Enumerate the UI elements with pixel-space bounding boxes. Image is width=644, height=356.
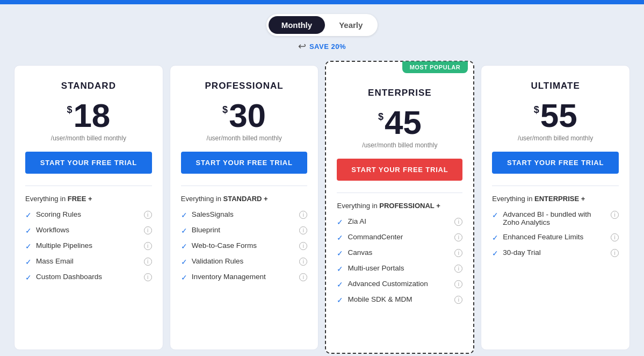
feature-item-ultimate-1: ✓ Enhanced Feature Limits i xyxy=(492,233,619,242)
info-icon[interactable]: i xyxy=(144,258,152,266)
check-icon: ✓ xyxy=(181,242,187,251)
feature-item-ultimate-2: ✓ 30-day Trial i xyxy=(492,248,619,258)
cta-button-professional[interactable]: START YOUR FREE TRIAL xyxy=(181,152,308,174)
check-icon: ✓ xyxy=(492,211,498,219)
feature-text: 30-day Trial xyxy=(503,248,606,257)
check-icon: ✓ xyxy=(337,296,343,304)
check-icon: ✓ xyxy=(25,211,32,219)
plan-card-ultimate: ULTIMATE $ 55 /user/month billed monthly… xyxy=(481,65,630,350)
info-icon[interactable]: i xyxy=(611,211,619,219)
info-icon[interactable]: i xyxy=(299,226,307,234)
feature-item-standard-3: ✓ Mass Email i xyxy=(25,257,152,266)
feature-item-standard-1: ✓ Workflows i xyxy=(25,226,152,235)
plan-name-enterprise: ENTERPRISE xyxy=(337,88,462,98)
price-number-enterprise: 45 xyxy=(385,106,422,139)
info-icon[interactable]: i xyxy=(144,226,152,234)
yearly-toggle-btn[interactable]: Yearly xyxy=(326,16,375,34)
monthly-toggle-btn[interactable]: Monthly xyxy=(269,16,325,34)
price-subtitle-standard: /user/month billed monthly xyxy=(25,134,152,142)
check-icon: ✓ xyxy=(492,233,498,242)
feature-item-professional-3: ✓ Validation Rules i xyxy=(181,257,308,266)
top-bar xyxy=(0,0,644,4)
price-subtitle-ultimate: /user/month billed monthly xyxy=(492,134,619,142)
billing-toggle: Monthly Yearly xyxy=(266,14,378,36)
divider-enterprise xyxy=(337,193,462,193)
info-icon[interactable]: i xyxy=(299,258,307,266)
price-row-enterprise: $ 45 xyxy=(337,106,462,139)
save-badge-row: ↩ SAVE 20% xyxy=(298,40,346,52)
plan-card-enterprise: MOST POPULARENTERPRISE $ 45 /user/month … xyxy=(325,61,474,354)
feature-text: Blueprint xyxy=(192,226,295,234)
everything-in-ultimate: Everything in ENTERPRISE + xyxy=(492,195,619,203)
info-icon[interactable]: i xyxy=(299,242,307,250)
price-row-ultimate: $ 55 xyxy=(492,99,619,132)
info-icon[interactable]: i xyxy=(454,218,462,226)
most-popular-badge: MOST POPULAR xyxy=(402,61,468,73)
feature-item-enterprise-5: ✓ Mobile SDK & MDM i xyxy=(337,295,462,304)
check-icon: ✓ xyxy=(25,258,32,266)
check-icon: ✓ xyxy=(337,249,343,258)
info-icon[interactable]: i xyxy=(454,296,462,304)
feature-item-professional-4: ✓ Inventory Management i xyxy=(181,273,308,282)
feature-item-standard-2: ✓ Multiple Pipelines i xyxy=(25,241,152,251)
check-icon: ✓ xyxy=(337,233,343,242)
feature-text: Inventory Management xyxy=(192,273,295,281)
info-icon[interactable]: i xyxy=(611,249,619,257)
currency-ultimate: $ xyxy=(534,104,539,116)
feature-item-enterprise-0: ✓ Zia AI i xyxy=(337,217,462,226)
feature-list-enterprise: ✓ Zia AI i ✓ CommandCenter i ✓ Canvas i … xyxy=(337,217,462,304)
check-icon: ✓ xyxy=(25,242,32,251)
feature-text: Advanced Customization xyxy=(348,280,450,288)
feature-text: SalesSignals xyxy=(192,210,295,218)
plans-container: STANDARD $ 18 /user/month billed monthly… xyxy=(0,56,644,356)
feature-item-enterprise-1: ✓ CommandCenter i xyxy=(337,233,462,242)
plan-name-standard: STANDARD xyxy=(25,81,152,91)
price-number-ultimate: 55 xyxy=(540,99,577,132)
price-row-professional: $ 30 xyxy=(181,99,308,132)
feature-item-professional-1: ✓ Blueprint i xyxy=(181,226,308,235)
cta-button-ultimate[interactable]: START YOUR FREE TRIAL xyxy=(492,152,619,174)
everything-in-enterprise: Everything in PROFESSIONAL + xyxy=(337,202,462,210)
check-icon: ✓ xyxy=(181,211,187,219)
info-icon[interactable]: i xyxy=(299,273,307,281)
check-icon: ✓ xyxy=(181,273,187,282)
check-icon: ✓ xyxy=(181,258,187,266)
check-icon: ✓ xyxy=(337,280,343,289)
feature-text: CommandCenter xyxy=(348,233,450,241)
feature-text: Multi-user Portals xyxy=(348,264,450,272)
feature-item-standard-0: ✓ Scoring Rules i xyxy=(25,210,152,219)
feature-text: Multiple Pipelines xyxy=(36,241,140,250)
check-icon: ✓ xyxy=(181,226,187,235)
feature-text: Scoring Rules xyxy=(36,210,140,218)
info-icon[interactable]: i xyxy=(454,265,462,273)
feature-item-professional-0: ✓ SalesSignals i xyxy=(181,210,308,219)
info-icon[interactable]: i xyxy=(144,211,152,219)
currency-professional: $ xyxy=(222,104,228,116)
plan-card-standard: STANDARD $ 18 /user/month billed monthly… xyxy=(14,65,163,350)
feature-item-enterprise-2: ✓ Canvas i xyxy=(337,248,462,258)
info-icon[interactable]: i xyxy=(454,233,462,241)
price-row-standard: $ 18 xyxy=(25,99,152,132)
info-icon[interactable]: i xyxy=(144,242,152,250)
check-icon: ✓ xyxy=(337,265,343,273)
cta-button-standard[interactable]: START YOUR FREE TRIAL xyxy=(25,152,152,174)
feature-text: Enhanced Feature Limits xyxy=(503,233,606,241)
feature-text: Advanced BI - bundled withZoho Analytics xyxy=(503,210,606,226)
currency-enterprise: $ xyxy=(378,111,383,123)
feature-list-ultimate: ✓ Advanced BI - bundled withZoho Analyti… xyxy=(492,210,619,258)
save-text: SAVE 20% xyxy=(309,42,346,51)
info-icon[interactable]: i xyxy=(454,249,462,257)
everything-in-standard: Everything in FREE + xyxy=(25,195,152,203)
info-icon[interactable]: i xyxy=(611,233,619,241)
feature-item-enterprise-3: ✓ Multi-user Portals i xyxy=(337,264,462,273)
cta-button-enterprise[interactable]: START YOUR FREE TRIAL xyxy=(337,159,462,181)
divider-professional xyxy=(181,186,308,186)
feature-text: Mass Email xyxy=(36,257,140,265)
check-icon: ✓ xyxy=(25,273,32,282)
feature-text: Zia AI xyxy=(348,217,450,225)
price-subtitle-professional: /user/month billed monthly xyxy=(181,134,308,142)
info-icon[interactable]: i xyxy=(454,280,462,288)
info-icon[interactable]: i xyxy=(299,211,307,219)
feature-list-standard: ✓ Scoring Rules i ✓ Workflows i ✓ Multip… xyxy=(25,210,152,282)
info-icon[interactable]: i xyxy=(144,273,152,281)
